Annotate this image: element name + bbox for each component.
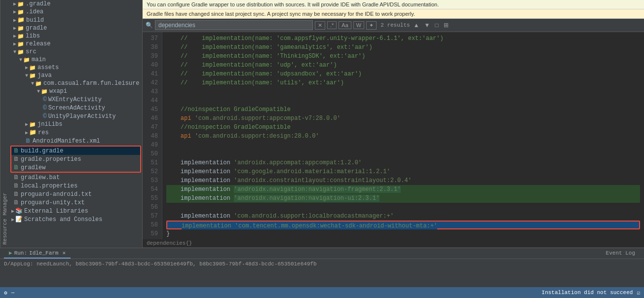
sidebar-item-proguard-unity[interactable]: 🗎 proguard-unity.txt (9, 198, 142, 207)
sidebar-item-build-gradle[interactable]: 🗎 build.gradle (11, 147, 140, 155)
expand-button[interactable]: □ (433, 21, 440, 29)
file-tree-sidebar: ▶ 📁 .gradle ▶ 📁 .idea ▶ 📁 build ▶ 📁 grad… (9, 0, 143, 248)
whole-word-button[interactable]: W (353, 21, 364, 29)
tab-run-label: Run: (14, 250, 27, 256)
gear-icon[interactable]: ⚙ (4, 290, 7, 296)
arrow-icon: ▶ (13, 9, 16, 15)
sidebar-item-jnilibs[interactable]: ▶ 📁 jniLibs (9, 120, 142, 128)
tab-event-log[interactable]: Event Log (601, 248, 640, 259)
checkbox-icon: ☑ (637, 290, 640, 296)
sidebar-item-external-libraries[interactable]: ▶ 📚 External Libraries (9, 207, 142, 215)
txt-file-icon: 🗎 (13, 190, 19, 198)
sidebar-item-src[interactable]: ▼ 📁 src (9, 48, 142, 56)
sidebar-item-label: gradlew.bat (21, 174, 60, 181)
bottom-tabs: ▶ Run: Idle_Farm ✕ Event Log (0, 248, 644, 259)
code-line: // implementation(name: 'udp', ext:'aar'… (166, 61, 640, 70)
code-line: implementation 'androidx.appcompat:appco… (166, 158, 640, 167)
editor-area: You can configure Gradle wrapper to use … (143, 0, 644, 248)
status-left: ⚙ — (4, 290, 14, 296)
code-line: implementation 'androidx.navigation:navi… (166, 185, 640, 194)
sidebar-item-label: External Libraries (24, 208, 88, 215)
sidebar-item-gradle[interactable]: ▶ 📁 .gradle (9, 0, 142, 8)
sidebar-item-label: release (26, 40, 50, 47)
gradlew-file-icon: 🗎 (13, 164, 19, 171)
sidebar-item-label: com.casual.farm.fun.leisure (43, 80, 139, 87)
sidebar-item-wxentry[interactable]: © WXEntryActivity (9, 95, 142, 104)
breadcrumb-bar: dependencies{} (143, 239, 644, 248)
folder-orange-icon: 📁 (17, 16, 25, 24)
code-line: implementation 'com.android.support:loca… (166, 212, 640, 221)
match-case-button[interactable]: Aa (339, 21, 351, 29)
arrow-icon: ▶ (13, 17, 16, 23)
sidebar-item-androidmanifest[interactable]: 🗎 AndroidManifest.xml (9, 137, 142, 145)
sidebar-item-gradle-dir[interactable]: ▶ 📁 gradle (9, 24, 142, 32)
code-line: // implementation(name: 'ThinkingSDK', e… (166, 52, 640, 61)
arrow-icon: ▶ (25, 121, 28, 127)
sidebar-item-assets[interactable]: ▶ 📁 assets (9, 64, 142, 72)
sidebar-item-scratches[interactable]: ▶ 📝 Scratches and Consoles (9, 215, 142, 224)
notification-text-1: You can configure Gradle wrapper to use … (147, 1, 439, 7)
status-dash-icon[interactable]: — (11, 290, 15, 296)
code-line (166, 141, 640, 149)
folder-icon: 📁 (29, 121, 36, 128)
class-icon: © (43, 104, 47, 112)
prev-result-button[interactable]: ▲ (412, 21, 421, 29)
settings-button[interactable]: ⊞ (442, 21, 450, 29)
arrow-icon: ▼ (13, 49, 16, 55)
folder-icon: 📁 (17, 49, 24, 55)
code-line: //noinspection GradleCompatible (166, 123, 640, 132)
close-search-button[interactable]: ✕ (315, 21, 325, 30)
status-right-text: Installation did not succeed (542, 290, 633, 296)
bottom-panel: ▶ Run: Idle_Farm ✕ Event Log D/AppLog: n… (0, 248, 644, 287)
notification-text-2: Gradle files have changed since last pro… (147, 11, 415, 17)
arrow-icon: ▶ (13, 41, 16, 47)
folder-icon: 📁 (17, 1, 24, 7)
arrow-icon: ▶ (25, 65, 28, 71)
sidebar-item-libs[interactable]: ▶ 📁 libs (9, 32, 142, 40)
code-line: // implementation(name: 'utils', ext:'aa… (166, 78, 640, 87)
tab-run[interactable]: ▶ Run: Idle_Farm ✕ (4, 248, 71, 259)
code-line: implementation 'androidx.constraintlayou… (166, 176, 640, 185)
folder-icon: 📁 (17, 33, 24, 39)
bat-file-icon: 🗎 (13, 174, 19, 181)
sidebar-item-label: res (38, 129, 49, 136)
code-content[interactable]: // implementation(name: 'com.appsflyer.u… (162, 32, 644, 239)
code-line: implementation 'androidx.navigation:navi… (166, 194, 640, 203)
sidebar-item-release[interactable]: ▶ 📁 release (9, 40, 142, 48)
sidebar-item-idea[interactable]: ▶ 📁 .idea (9, 8, 142, 16)
sidebar-item-gradlew[interactable]: 🗎 gradlew (11, 163, 140, 172)
code-line (166, 149, 640, 158)
sidebar-item-proguard-android[interactable]: 🗎 proguard-android.txt (9, 190, 142, 198)
sidebar-item-label: src (26, 48, 37, 55)
line-numbers: 373839404142 434445464748 495051525354 5… (143, 32, 162, 239)
close-tab-icon[interactable]: ✕ (62, 250, 66, 256)
sidebar-item-screenad[interactable]: © ScreenAdActivity (9, 104, 142, 112)
folder-icon: 📁 (29, 65, 36, 71)
gradle-file-icon: 🗎 (13, 147, 19, 154)
sidebar-item-label: assets (38, 64, 59, 71)
pin-button[interactable]: ✦ (366, 21, 377, 30)
sidebar-item-gradlew-bat[interactable]: 🗎 gradlew.bat (9, 173, 142, 182)
sidebar-item-wxapi[interactable]: ▼ 📁 wxapi (9, 87, 142, 95)
regex-button[interactable]: .* (327, 21, 337, 29)
resource-manager-tab[interactable]: Resource Manager (0, 0, 9, 248)
sidebar-item-main[interactable]: ▼ 📁 main (9, 56, 142, 64)
sidebar-item-label: Scratches and Consoles (24, 216, 102, 223)
code-line: // implementation(name: 'com.appsflyer.u… (166, 34, 640, 43)
next-result-button[interactable]: ▼ (423, 21, 432, 29)
sidebar-item-label: local.properties (21, 183, 77, 189)
sidebar-item-label: WXEntryActivity (48, 96, 102, 103)
run-icon: ▶ (9, 250, 12, 256)
sidebar-item-java[interactable]: ▼ 📁 java (9, 72, 142, 79)
sidebar-item-local-properties[interactable]: 🗎 local.properties (9, 182, 142, 190)
sidebar-item-build[interactable]: ▶ 📁 build (9, 16, 142, 24)
folder-icon: 📁 (23, 57, 30, 63)
sidebar-item-gradle-properties[interactable]: 🗎 gradle.properties (11, 155, 140, 163)
sidebar-item-unityplayer[interactable]: © UnityPlayerActivity (9, 112, 142, 120)
search-input[interactable] (155, 20, 313, 30)
code-line: implementation 'com.google.android.mater… (166, 167, 640, 176)
sidebar-item-package[interactable]: ▼ 📁 com.casual.farm.fun.leisure (9, 79, 142, 87)
arrow-icon: ▶ (11, 208, 14, 214)
code-line (166, 203, 640, 212)
sidebar-item-res[interactable]: ▶ 📁 res (9, 128, 142, 137)
